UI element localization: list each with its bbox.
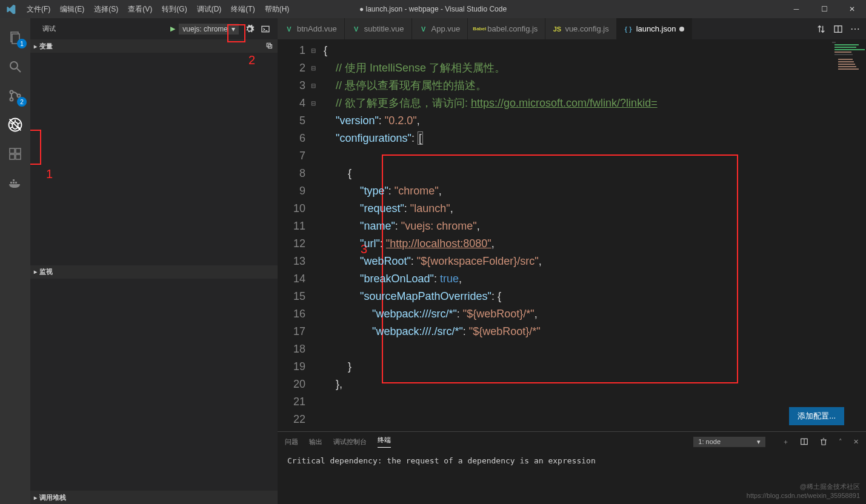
- svg-line-3: [17, 68, 21, 72]
- panel-tab-terminal[interactable]: 终端: [378, 436, 391, 448]
- add-config-button[interactable]: 添加配置...: [789, 407, 844, 425]
- kill-terminal-icon[interactable]: [819, 437, 828, 446]
- tab-btnadd[interactable]: VbtnAdd.vue: [278, 18, 345, 39]
- activity-bar: 1 2: [0, 18, 30, 504]
- svg-rect-18: [16, 148, 21, 153]
- window-title: ● launch.json - webpage - Visual Studio …: [359, 5, 507, 13]
- svg-line-11: [18, 123, 20, 124]
- svg-line-10: [10, 123, 12, 124]
- svg-rect-25: [268, 45, 272, 48]
- menu-help[interactable]: 帮助(H): [260, 4, 295, 15]
- svg-point-4: [10, 91, 13, 94]
- svg-rect-19: [10, 182, 12, 184]
- compare-icon[interactable]: [816, 24, 826, 34]
- tab-app[interactable]: VApp.vue: [412, 18, 468, 39]
- menu-selection[interactable]: 选择(S): [89, 4, 123, 15]
- terminal-select[interactable]: 1: node▾: [693, 437, 765, 447]
- svg-rect-21: [15, 182, 17, 184]
- debug-sidebar: 调试 ▶ vuejs: chrome▾ ▸ 变量 ▸ 监视 ▸ 调用堆栈: [30, 18, 278, 504]
- callstack-label: 调用堆栈: [39, 493, 66, 502]
- chevron-down-icon: ▸: [34, 43, 37, 50]
- callstack-section-header[interactable]: ▸ 调用堆栈: [30, 491, 278, 504]
- close-button[interactable]: ✕: [838, 0, 866, 18]
- tab-babel[interactable]: Babelbabel.config.js: [468, 18, 545, 39]
- start-debug-icon[interactable]: ▶: [170, 25, 175, 33]
- variables-body: [30, 53, 278, 265]
- tab-subtitle[interactable]: Vsubtitle.vue: [345, 18, 412, 39]
- menu-edit[interactable]: 编辑(E): [55, 4, 89, 15]
- panel-up-icon[interactable]: ˄: [839, 438, 842, 446]
- activity-scm[interactable]: 2: [0, 81, 30, 110]
- menu-file[interactable]: 文件(F): [22, 4, 55, 15]
- collapse-icon[interactable]: [265, 42, 274, 50]
- split-icon[interactable]: [833, 24, 843, 34]
- debug-console-icon[interactable]: [261, 24, 270, 34]
- minimap[interactable]: [830, 39, 866, 431]
- maximize-button[interactable]: ☐: [810, 0, 838, 18]
- activity-docker[interactable]: [0, 168, 30, 197]
- panel-tab-problems[interactable]: 问题: [285, 437, 298, 446]
- debug-header: 调试 ▶ vuejs: chrome▾: [30, 18, 278, 39]
- code-editor[interactable]: 12345678910111213141516171819202122 ⊟⊟⊟⊟…: [278, 39, 866, 431]
- watermark: @稀土掘金技术社区 https://blog.csdn.net/weixin_3…: [747, 482, 860, 500]
- svg-point-2: [10, 62, 18, 69]
- tab-actions: ⋯: [810, 18, 866, 39]
- activity-search[interactable]: [0, 52, 30, 81]
- chevron-down-icon: ▸: [34, 268, 37, 275]
- svg-rect-17: [16, 154, 21, 159]
- new-terminal-icon[interactable]: ＋: [782, 437, 789, 446]
- explorer-badge: 1: [17, 39, 27, 48]
- panel-tab-debug-console[interactable]: 调试控制台: [333, 437, 367, 446]
- tab-launch[interactable]: { }launch.json: [617, 18, 693, 39]
- more-icon[interactable]: ⋯: [850, 23, 860, 35]
- watch-body: [30, 279, 278, 491]
- code-content[interactable]: { // 使用 IntelliSense 了解相关属性。 // 悬停以查看现有属…: [321, 39, 866, 431]
- scm-badge: 2: [17, 97, 27, 107]
- editor-area: VbtnAdd.vue Vsubtitle.vue VApp.vue Babel…: [278, 18, 866, 504]
- fold-column: ⊟⊟⊟⊟: [311, 42, 319, 112]
- chevron-right-icon: ▸: [34, 494, 37, 501]
- tab-vueconfig[interactable]: JSvue.config.js: [545, 18, 616, 39]
- panel-tab-output[interactable]: 输出: [309, 437, 322, 446]
- menu-terminal[interactable]: 终端(T): [226, 4, 259, 15]
- activity-explorer[interactable]: 1: [0, 23, 30, 52]
- variables-section-header[interactable]: ▸ 变量: [30, 39, 278, 53]
- window-controls: ─ ☐ ✕: [782, 0, 866, 18]
- svg-point-5: [10, 98, 13, 101]
- panel-close-icon[interactable]: ✕: [853, 438, 859, 446]
- watch-section-header[interactable]: ▸ 监视: [30, 265, 278, 279]
- menu-go[interactable]: 转到(G): [157, 4, 192, 15]
- menu-bar: 文件(F) 编辑(E) 选择(S) 查看(V) 转到(G) 调试(D) 终端(T…: [22, 4, 294, 15]
- editor-tabs: VbtnAdd.vue Vsubtitle.vue VApp.vue Babel…: [278, 18, 866, 39]
- menu-debug[interactable]: 调试(D): [192, 4, 227, 15]
- split-terminal-icon[interactable]: [800, 437, 808, 446]
- activity-extensions[interactable]: [0, 139, 30, 168]
- svg-rect-20: [13, 182, 15, 184]
- activity-debug[interactable]: [0, 110, 30, 139]
- debug-config-select[interactable]: vuejs: chrome▾: [179, 24, 239, 35]
- panel-tabs: 问题 输出 调试控制台 终端 1: node▾ ＋ ˄ ✕: [278, 432, 866, 451]
- titlebar: 文件(F) 编辑(E) 选择(S) 查看(V) 转到(G) 调试(D) 终端(T…: [0, 0, 866, 18]
- dirty-indicator-icon: [679, 27, 684, 31]
- variables-label: 变量: [39, 42, 53, 51]
- gear-icon[interactable]: [245, 24, 255, 34]
- watch-label: 监视: [39, 267, 53, 276]
- menu-view[interactable]: 查看(V): [123, 4, 157, 15]
- debug-title: 调试: [42, 24, 170, 33]
- svg-rect-22: [13, 179, 15, 181]
- vscode-logo-icon: [0, 4, 22, 14]
- svg-rect-15: [10, 148, 15, 153]
- svg-rect-16: [10, 154, 15, 159]
- svg-line-12: [10, 127, 12, 128]
- minimize-button[interactable]: ─: [782, 0, 810, 18]
